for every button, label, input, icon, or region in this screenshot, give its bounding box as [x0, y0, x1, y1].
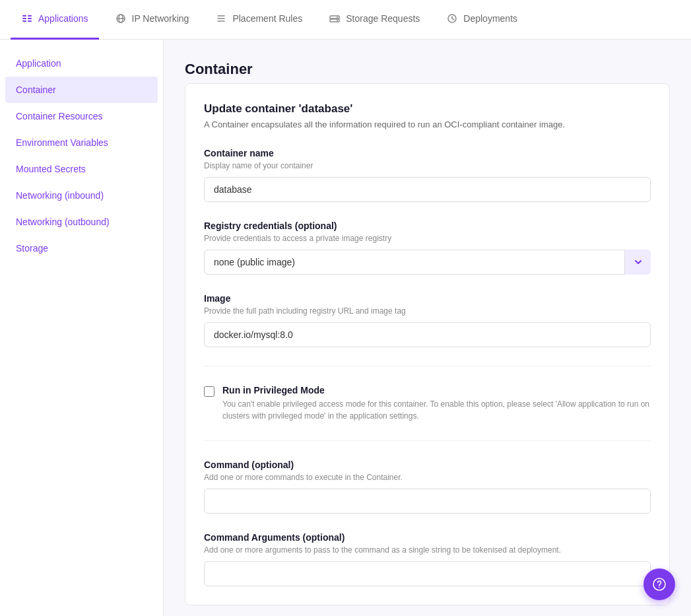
field-group-command: Command (optional) Add one or more comma… — [204, 460, 651, 514]
svg-rect-4 — [28, 18, 32, 19]
command-description: Add one or more commands to execute in t… — [204, 473, 651, 482]
update-description: A Container encapsulates all the informa… — [204, 120, 651, 129]
sidebar-label-networking-outbound: Networking (outbound) — [16, 217, 110, 227]
svg-point-20 — [659, 587, 660, 588]
nav-label-storage-requests: Storage Requests — [346, 13, 420, 24]
registry-credentials-select-wrapper: none (public image) custom credentials — [204, 250, 651, 275]
privileged-mode-description: You can't enable privileged access mode … — [222, 398, 651, 422]
network-icon — [115, 13, 127, 24]
svg-rect-3 — [28, 15, 32, 17]
svg-point-14 — [337, 17, 338, 18]
sidebar-label-mounted-secrets: Mounted Secrets — [16, 164, 86, 174]
nav-item-deployments[interactable]: Deployments — [436, 0, 528, 40]
command-label: Command (optional) — [204, 460, 651, 470]
sidebar-item-container-resources[interactable]: Container Resources — [0, 103, 163, 129]
sidebar-item-networking-outbound[interactable]: Networking (outbound) — [0, 209, 163, 235]
registry-credentials-select[interactable]: none (public image) custom credentials — [204, 250, 651, 275]
command-input[interactable] — [204, 489, 651, 514]
sidebar-item-networking-inbound[interactable]: Networking (inbound) — [0, 182, 163, 209]
image-input[interactable] — [204, 322, 651, 347]
nav-item-placement-rules[interactable]: Placement Rules — [205, 0, 313, 40]
checkbox-group-privileged-mode: Run in Privileged Mode You can't enable … — [204, 385, 651, 422]
container-form-section: Update container 'database' A Container … — [185, 83, 670, 605]
image-label: Image — [204, 293, 651, 304]
help-icon — [652, 577, 667, 592]
app-layout: Application Container Container Resource… — [0, 40, 691, 616]
sidebar: Application Container Container Resource… — [0, 40, 164, 616]
sidebar-label-application: Application — [16, 58, 61, 69]
menu-icon — [21, 13, 33, 24]
form-divider-2 — [204, 440, 651, 441]
page-title: Container — [185, 61, 670, 78]
sidebar-label-container: Container — [16, 85, 56, 95]
field-group-registry-credentials: Registry credentials (optional) Provide … — [204, 221, 651, 275]
nav-label-deployments: Deployments — [463, 13, 517, 24]
privileged-mode-content: Run in Privileged Mode You can't enable … — [222, 385, 651, 422]
sidebar-item-storage[interactable]: Storage — [0, 235, 163, 261]
clock-icon — [446, 13, 458, 24]
svg-point-15 — [337, 20, 338, 21]
main-content: Container Update container 'database' A … — [164, 40, 691, 616]
svg-rect-2 — [22, 20, 26, 22]
nav-item-applications[interactable]: Applications — [11, 0, 99, 40]
container-name-label: Container name — [204, 148, 651, 158]
registry-credentials-label: Registry credentials (optional) — [204, 221, 651, 231]
svg-rect-1 — [22, 18, 26, 19]
field-group-container-name: Container name Display name of your cont… — [204, 148, 651, 202]
svg-rect-0 — [22, 15, 26, 17]
nav-item-ip-networking[interactable]: IP Networking — [104, 0, 200, 40]
svg-line-18 — [452, 18, 454, 20]
help-button[interactable] — [643, 568, 675, 600]
sidebar-label-storage: Storage — [16, 243, 48, 254]
privileged-mode-label: Run in Privileged Mode — [222, 385, 651, 395]
sidebar-item-environment-variables[interactable]: Environment Variables — [0, 129, 163, 156]
sidebar-label-environment-variables: Environment Variables — [16, 137, 108, 148]
svg-rect-5 — [28, 20, 32, 22]
field-group-image: Image Provide the full path including re… — [204, 293, 651, 347]
image-description: Provide the full path including registry… — [204, 306, 651, 316]
container-name-input[interactable] — [204, 177, 651, 202]
command-arguments-label: Command Arguments (optional) — [204, 532, 651, 543]
form-divider — [204, 366, 651, 366]
sidebar-item-application[interactable]: Application — [0, 50, 163, 77]
sidebar-item-mounted-secrets[interactable]: Mounted Secrets — [0, 156, 163, 182]
command-arguments-description: Add one or more arguments to pass to the… — [204, 545, 651, 555]
storage-icon — [329, 13, 341, 24]
nav-item-storage-requests[interactable]: Storage Requests — [318, 0, 430, 40]
sidebar-item-container[interactable]: Container — [5, 77, 158, 103]
sidebar-label-networking-inbound: Networking (inbound) — [16, 190, 104, 201]
nav-label-applications: Applications — [38, 13, 88, 24]
nav-label-placement-rules: Placement Rules — [232, 13, 302, 24]
list-icon — [215, 13, 227, 24]
nav-label-ip-networking: IP Networking — [132, 13, 189, 24]
privileged-mode-checkbox[interactable] — [204, 386, 214, 397]
field-group-command-arguments: Command Arguments (optional) Add one or … — [204, 532, 651, 586]
sidebar-label-container-resources: Container Resources — [16, 111, 103, 121]
container-name-description: Display name of your container — [204, 161, 651, 170]
command-arguments-input[interactable] — [204, 561, 651, 586]
update-heading: Update container 'database' — [204, 102, 651, 116]
registry-credentials-description: Provide credentials to access a private … — [204, 234, 651, 243]
top-navigation: Applications IP Networking Placement Rul… — [0, 0, 691, 40]
